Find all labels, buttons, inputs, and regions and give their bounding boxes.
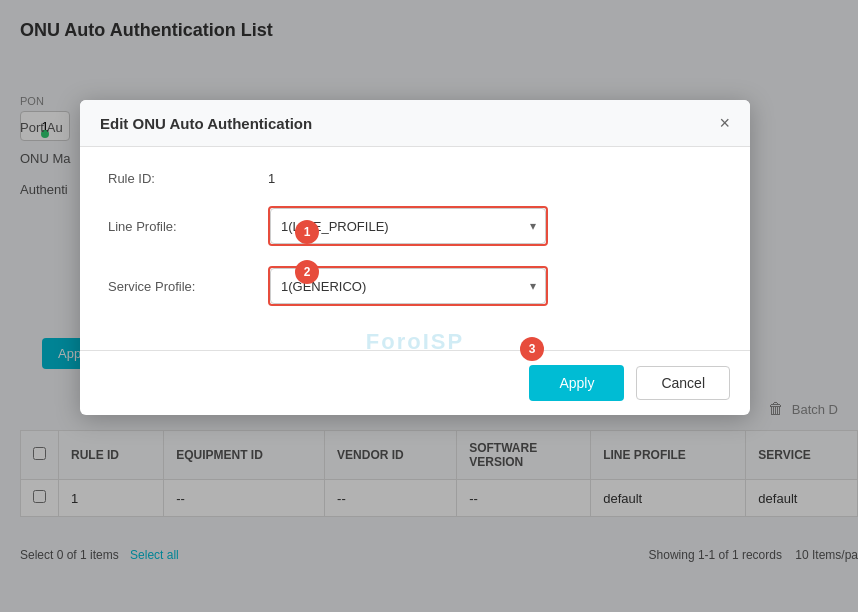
rule-id-row: Rule ID: 1 <box>108 171 722 186</box>
service-profile-label: Service Profile: <box>108 279 268 294</box>
modal-close-button[interactable]: × <box>719 114 730 132</box>
modal-footer: Apply Cancel <box>80 350 750 415</box>
line-profile-row: Line Profile: 1(LINE_PROFILE) default ▾ <box>108 206 722 246</box>
line-profile-label: Line Profile: <box>108 219 268 234</box>
step-badge-2: 2 <box>295 260 319 284</box>
step-badge-3: 3 <box>520 337 544 361</box>
step-1-label: 1 <box>304 225 311 239</box>
apply-button[interactable]: Apply <box>529 365 624 401</box>
rule-id-value: 1 <box>268 171 275 186</box>
edit-modal: Edit ONU Auto Authentication × Rule ID: … <box>80 100 750 415</box>
step-2-label: 2 <box>304 265 311 279</box>
step-badge-1: 1 <box>295 220 319 244</box>
service-profile-row: Service Profile: 1(GENERICO) default ▾ <box>108 266 722 306</box>
cancel-button[interactable]: Cancel <box>636 366 730 400</box>
modal-body: Rule ID: 1 Line Profile: 1(LINE_PROFILE)… <box>80 147 750 350</box>
modal-header: Edit ONU Auto Authentication × <box>80 100 750 147</box>
rule-id-label: Rule ID: <box>108 171 268 186</box>
modal-title: Edit ONU Auto Authentication <box>100 115 312 132</box>
step-3-label: 3 <box>529 342 536 356</box>
